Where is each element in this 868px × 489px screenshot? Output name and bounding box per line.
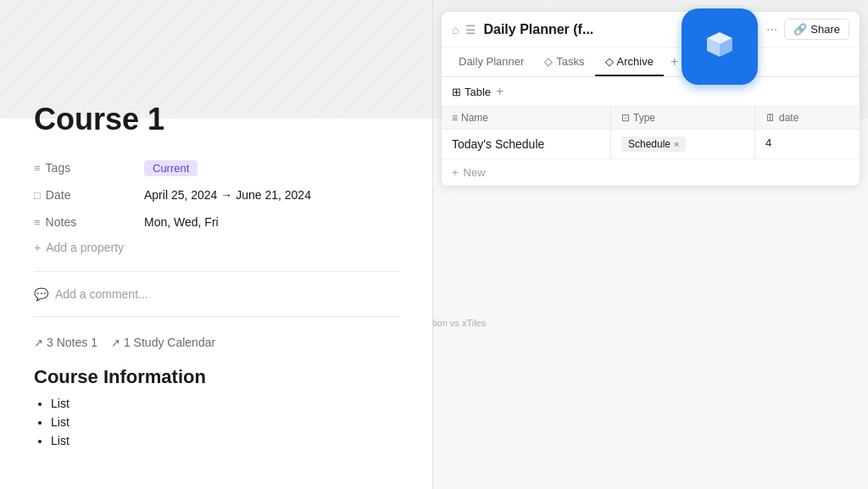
date-col-icon: 🗓	[765, 112, 776, 124]
divider-1	[34, 271, 398, 272]
share-button[interactable]: 🔗 Share	[784, 19, 849, 40]
arrow-icon-1: ↗	[34, 336, 43, 349]
more-options-icon[interactable]: ···	[766, 22, 777, 37]
course-info-title: Course Information	[34, 366, 398, 388]
current-badge: Current	[144, 160, 198, 176]
notes-value[interactable]: Mon, Wed, Fri	[144, 215, 219, 229]
table-row[interactable]: Today's Schedule Schedule × 4	[442, 130, 860, 159]
notion-panel: ⌂ ☰ Daily Planner (f... ··· 🔗 Share Dail…	[442, 12, 860, 186]
notes-label: ≡ Notes	[34, 215, 144, 229]
calendar-backlink[interactable]: ↗ 1 Study Calendar	[111, 336, 215, 349]
notion-topbar: ⌂ ☰ Daily Planner (f... ··· 🔗 Share	[442, 12, 860, 47]
notion-tabs: Daily Planner ◇ Tasks ◇ Archive +	[442, 47, 860, 77]
table-view-icon: ⊞	[452, 86, 461, 98]
td-name[interactable]: Today's Schedule	[442, 130, 611, 158]
add-icon: +	[34, 241, 41, 254]
left-content: Course 1 ≡ Tags Current □ Date April 25,…	[0, 102, 432, 447]
arrow-icon-2: ↗	[111, 336, 120, 349]
watermark-text: Notion vs xTiles	[432, 318, 486, 328]
td-date: 4	[755, 130, 860, 158]
tags-row: ≡ Tags Current	[34, 154, 398, 181]
name-col-icon: ≡	[452, 112, 458, 124]
divider-2	[34, 316, 398, 317]
notes-backlink[interactable]: ↗ 3 Notes 1	[34, 336, 97, 349]
menu-icon[interactable]: ☰	[465, 23, 476, 36]
xtiles-app-icon	[682, 8, 758, 85]
comment-icon: 💬	[34, 287, 48, 301]
add-comment-label[interactable]: Add a comment...	[55, 287, 148, 301]
svg-rect-2	[0, 0, 432, 119]
table-body: ≡ Name ⊡ Type 🗓 date Today's Schedule Sc…	[442, 107, 860, 186]
share-icon: 🔗	[793, 23, 807, 36]
add-view-button[interactable]: +	[496, 84, 504, 99]
home-icon[interactable]: ⌂	[452, 23, 459, 36]
type-badge[interactable]: Schedule ×	[621, 136, 686, 152]
remove-type-badge[interactable]: ×	[674, 139, 679, 149]
type-col-icon: ⊡	[621, 112, 630, 124]
backlinks-row: ↗ 3 Notes 1 ↗ 1 Study Calendar	[34, 329, 398, 356]
td-type: Schedule ×	[611, 130, 755, 158]
date-icon: □	[34, 189, 41, 202]
tags-label: ≡ Tags	[34, 161, 144, 175]
table-toolbar: ⊞ Table +	[442, 77, 860, 107]
table-header: ≡ Name ⊡ Type 🗓 date	[442, 107, 860, 130]
tab-tasks[interactable]: ◇ Tasks	[534, 48, 594, 76]
left-panel: N Course 1 ≡ Tags Current □ Date April 2…	[0, 0, 432, 489]
date-label: □ Date	[34, 188, 144, 202]
date-row: □ Date April 25, 2024 → June 21, 2024	[34, 181, 398, 208]
new-row-plus-icon: +	[452, 166, 459, 179]
add-comment-row[interactable]: 💬 Add a comment...	[34, 284, 398, 304]
list-item-3: List	[51, 434, 398, 447]
add-property-button[interactable]: + Add a property	[34, 236, 398, 259]
bg-decoration	[0, 0, 432, 119]
th-type: ⊡ Type	[611, 107, 755, 129]
course-info-list: List List List	[34, 397, 398, 447]
table-view-button[interactable]: ⊞ Table	[452, 86, 491, 98]
archive-tab-icon: ◇	[605, 55, 614, 68]
notes-icon: ≡	[34, 216, 41, 229]
tab-archive[interactable]: ◇ Archive	[595, 48, 664, 76]
xtiles-icon-svg	[698, 25, 741, 68]
list-item-1: List	[51, 397, 398, 410]
right-panel: Notion vs xTiles ⌂ ☰ Daily Planner (f...…	[432, 0, 868, 489]
notes-row: ≡ Notes Mon, Wed, Fri	[34, 208, 398, 236]
list-item-2: List	[51, 415, 398, 429]
tags-value[interactable]: Current	[144, 161, 198, 175]
tasks-tab-icon: ◇	[544, 55, 553, 68]
new-row-button[interactable]: + New	[442, 159, 860, 186]
th-date: 🗓 date	[755, 107, 860, 129]
th-name: ≡ Name	[442, 107, 611, 129]
tab-daily-planner[interactable]: Daily Planner	[448, 48, 534, 76]
tags-icon: ≡	[34, 162, 41, 175]
course-title: Course 1	[34, 102, 398, 137]
date-value[interactable]: April 25, 2024 → June 21, 2024	[144, 188, 311, 202]
